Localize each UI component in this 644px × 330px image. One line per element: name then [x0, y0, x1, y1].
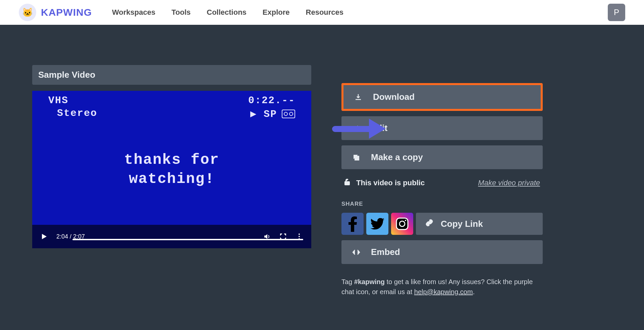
video-player[interactable]: VHS Stereo 0:22.-- ▶ SP thanks for watch… — [32, 91, 311, 248]
brand-text: KAPWING — [41, 7, 92, 18]
player-current: 2:04 — [56, 233, 68, 240]
overlay-timecode: 0:22.-- — [248, 95, 295, 106]
privacy-row: This video is public Make video private — [341, 175, 543, 191]
instagram-button[interactable] — [391, 213, 413, 235]
facebook-button[interactable] — [341, 213, 364, 235]
svg-point-5 — [299, 236, 300, 237]
copy-link-button[interactable]: Copy Link — [416, 213, 543, 235]
embed-label: Embed — [371, 247, 400, 257]
main-content: Sample Video VHS Stereo 0:22.-- ▶ SP tha… — [0, 25, 644, 297]
progress-bar[interactable] — [72, 239, 303, 240]
svg-point-2 — [289, 112, 293, 116]
share-label: SHARE — [341, 201, 543, 207]
nav-resources[interactable]: Resources — [306, 8, 344, 17]
svg-point-11 — [405, 220, 406, 221]
copy-icon — [352, 153, 360, 161]
logo[interactable]: 🐱 KAPWING — [19, 4, 92, 21]
link-icon — [425, 219, 433, 229]
copy-link-label: Copy Link — [441, 219, 483, 229]
logo-icon: 🐱 — [19, 4, 36, 21]
lock-open-icon — [344, 179, 350, 187]
make-copy-button[interactable]: Make a copy — [341, 145, 543, 169]
actions-column: Download Edit Make a copy This video is … — [341, 65, 543, 297]
nav-tools[interactable]: Tools — [171, 8, 191, 17]
privacy-status: This video is public — [344, 179, 425, 187]
nav-explore[interactable]: Explore — [263, 8, 290, 17]
overlay-vhs: VHS — [48, 95, 68, 106]
play-icon[interactable] — [40, 233, 48, 241]
nav-collections[interactable]: Collections — [207, 8, 247, 17]
svg-point-1 — [284, 112, 287, 116]
player-controls: 2:04 / 2:07 — [32, 225, 311, 248]
download-icon — [354, 93, 362, 101]
code-icon — [352, 248, 360, 256]
video-column: Sample Video VHS Stereo 0:22.-- ▶ SP tha… — [32, 65, 311, 297]
callout-arrow — [332, 119, 386, 139]
privacy-text: This video is public — [356, 179, 425, 187]
overlay-sp-text: ▶ SP — [250, 108, 277, 120]
cassette-icon — [282, 110, 295, 118]
avatar[interactable]: P — [608, 4, 625, 21]
svg-point-10 — [399, 221, 405, 226]
main-nav: Workspaces Tools Collections Explore Res… — [112, 8, 343, 17]
svg-marker-3 — [42, 234, 47, 239]
overlay-center-text: thanks for watching! — [124, 150, 219, 189]
svg-rect-8 — [345, 182, 350, 185]
footer-post: . — [473, 288, 475, 295]
footer-pre: Tag — [341, 278, 354, 285]
overlay-stereo: Stereo — [57, 108, 97, 119]
share-row: Copy Link — [341, 213, 543, 235]
footer-text: Tag #kapwing to get a like from us! Any … — [341, 277, 543, 297]
svg-point-4 — [299, 234, 300, 235]
footer-hashtag: #kapwing — [354, 278, 385, 285]
video-title-input[interactable]: Sample Video — [32, 65, 311, 85]
top-bar: 🐱 KAPWING Workspaces Tools Collections E… — [0, 0, 644, 25]
download-label: Download — [373, 92, 415, 102]
nav-workspaces[interactable]: Workspaces — [112, 8, 155, 17]
download-button[interactable]: Download — [341, 83, 543, 111]
footer-email-link[interactable]: help@kapwing.com — [414, 288, 473, 295]
twitter-button[interactable] — [366, 213, 388, 235]
make-private-link[interactable]: Make video private — [478, 179, 540, 187]
make-copy-label: Make a copy — [371, 152, 423, 162]
embed-button[interactable]: Embed — [341, 240, 543, 264]
overlay-sp: ▶ SP — [250, 108, 295, 120]
